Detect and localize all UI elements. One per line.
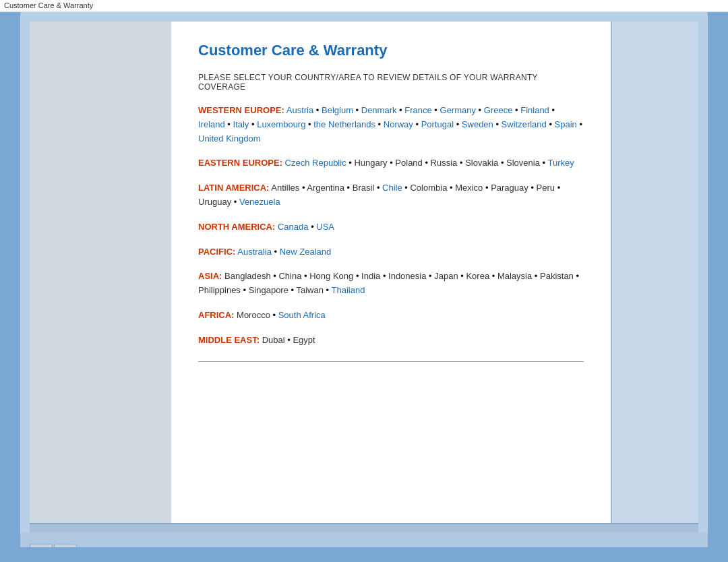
country-link-indonesia: Indonesia — [388, 271, 426, 281]
region-pacific: PACIFIC: Australia • New Zealand — [198, 245, 584, 259]
country-link-mexico: Mexico — [455, 183, 483, 193]
country-link-brasil: Brasil — [353, 183, 375, 193]
country-link-france[interactable]: France — [404, 105, 431, 115]
region-label-africa: AFRICA: — [198, 310, 234, 320]
country-link-canada[interactable]: Canada — [278, 222, 309, 232]
outer-wrapper: Customer Care & Warranty PLEASE SELECT Y… — [20, 12, 708, 547]
bottom-tabs — [20, 532, 708, 547]
country-link-turkey[interactable]: Turkey — [547, 158, 574, 168]
country-link-colombia: Colombia — [410, 183, 447, 193]
page-title: Customer Care & Warranty — [198, 42, 584, 59]
country-link-bangladesh: Bangladesh — [224, 271, 271, 281]
country-link-finland[interactable]: Finland — [520, 105, 549, 115]
country-link-ireland[interactable]: Ireland — [198, 119, 225, 129]
country-link-japan: Japan — [434, 271, 458, 281]
country-link-spain[interactable]: Spain — [555, 119, 577, 129]
region-label-middle-east: MIDDLE EAST: — [198, 335, 260, 345]
country-link-russia: Russia — [431, 158, 458, 168]
country-link-chile[interactable]: Chile — [382, 183, 402, 193]
country-link-taiwan: Taiwan — [296, 285, 323, 295]
country-link-portugal[interactable]: Portugal — [421, 119, 454, 129]
region-label-eastern-europe: EASTERN EUROPE: — [198, 158, 282, 168]
region-western-europe: WESTERN EUROPE: Austria • Belgium • Denm… — [198, 104, 584, 146]
left-sidebar — [30, 22, 171, 523]
title-bar-text: Customer Care & Warranty — [4, 1, 93, 9]
regions-container: WESTERN EUROPE: Austria • Belgium • Denm… — [198, 104, 584, 348]
country-link-china: China — [278, 271, 301, 281]
country-link-germany[interactable]: Germany — [440, 105, 476, 115]
region-label-pacific: PACIFIC: — [198, 247, 235, 257]
region-africa: AFRICA: Morocco • South Africa — [198, 309, 584, 323]
country-link-australia[interactable]: Australia — [237, 247, 272, 257]
country-link-pakistan: Pakistan — [540, 271, 574, 281]
country-link-austria[interactable]: Austria — [286, 105, 313, 115]
country-link-usa[interactable]: USA — [316, 222, 334, 232]
country-link-venezuela[interactable]: Venezuela — [239, 197, 280, 207]
bottom-tab[interactable] — [30, 544, 53, 547]
country-link-greece[interactable]: Greece — [484, 105, 513, 115]
instructions: PLEASE SELECT YOUR COUNTRY/AREA TO REVIE… — [198, 73, 584, 92]
country-link-new-zealand[interactable]: New Zealand — [280, 247, 332, 257]
region-asia: ASIA: Bangladesh • China • Hong Kong • I… — [198, 270, 584, 298]
country-link-argentina: Argentina — [307, 183, 344, 193]
region-middle-east: MIDDLE EAST: Dubai • Egypt — [198, 334, 584, 348]
country-link-philippines: Philippines — [198, 285, 241, 295]
country-link-united-kingdom[interactable]: United Kingdom — [198, 133, 261, 144]
bottom-tab-2[interactable] — [54, 544, 77, 547]
country-link-sweden[interactable]: Sweden — [462, 119, 493, 129]
country-link-denmark[interactable]: Denmark — [361, 105, 397, 115]
main-area: Customer Care & Warranty PLEASE SELECT Y… — [20, 12, 708, 523]
country-link-singapore: Singapore — [249, 285, 289, 295]
country-link-south-africa[interactable]: South Africa — [278, 310, 326, 320]
country-link-luxembourg[interactable]: Luxembourg — [257, 119, 305, 129]
region-latin-america: LATIN AMERICA: Antilles • Argentina • Br… — [198, 181, 584, 210]
region-label-north-america: NORTH AMERICA: — [198, 222, 275, 232]
country-link-switzerland[interactable]: Switzerland — [502, 119, 547, 129]
country-link-slovakia: Slovakia — [465, 158, 498, 168]
country-link-peru: Peru — [537, 183, 555, 193]
country-link-belgium[interactable]: Belgium — [322, 105, 353, 115]
region-eastern-europe: EASTERN EUROPE: Czech Republic • Hungary… — [198, 156, 584, 170]
country-link-korea: Korea — [466, 271, 489, 281]
region-label-western-europe: WESTERN EUROPE: — [198, 105, 284, 115]
region-label-latin-america: LATIN AMERICA: — [198, 183, 269, 193]
country-link-the-netherlands[interactable]: the Netherlands — [313, 119, 375, 129]
region-north-america: NORTH AMERICA: Canada • USA — [198, 220, 584, 235]
country-link-poland: Poland — [395, 158, 422, 168]
country-link-slovenia: Slovenia — [506, 158, 540, 168]
country-link-uruguay: Uruguay — [198, 197, 231, 207]
country-link-italy[interactable]: Italy — [233, 119, 249, 129]
country-link-egypt: Egypt — [293, 335, 315, 345]
country-link-paraguay: Paraguay — [491, 183, 528, 193]
bottom-bar — [30, 523, 698, 532]
separator — [198, 361, 584, 362]
content-area: Customer Care & Warranty PLEASE SELECT Y… — [171, 22, 611, 523]
region-label-asia: ASIA: — [198, 271, 222, 281]
country-link-czech-republic[interactable]: Czech Republic — [285, 158, 346, 168]
country-link-malaysia: Malaysia — [497, 271, 532, 281]
country-link-thailand[interactable]: Thailand — [332, 285, 365, 295]
country-link-antilles: Antilles — [271, 183, 299, 193]
country-link-dubai: Dubai — [262, 335, 285, 345]
country-link-hong-kong: Hong Kong — [309, 271, 353, 281]
country-link-india: India — [361, 271, 380, 281]
country-link-morocco: Morocco — [237, 310, 270, 320]
country-link-norway[interactable]: Norway — [384, 119, 413, 129]
country-link-hungary: Hungary — [354, 158, 387, 168]
title-bar: Customer Care & Warranty — [0, 0, 728, 11]
right-sidebar-inner — [611, 22, 698, 523]
right-sidebar — [611, 22, 698, 523]
